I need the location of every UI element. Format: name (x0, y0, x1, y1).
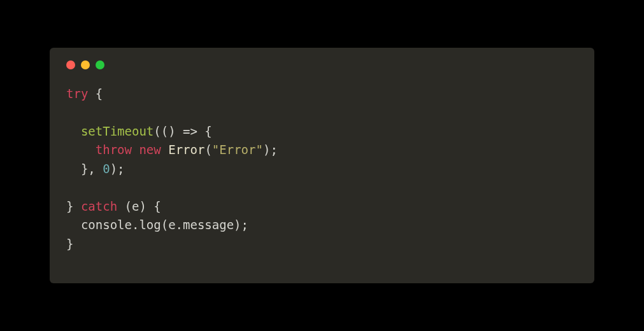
code-token: Error (168, 143, 204, 157)
code-token: ); (110, 162, 125, 176)
code-token: (e) { (117, 199, 161, 213)
code-token: (() => { (154, 124, 212, 138)
code-token: }, (66, 162, 103, 176)
close-icon[interactable] (66, 60, 75, 69)
code-token: try (66, 87, 88, 101)
code-token: "Error" (212, 143, 263, 157)
code-token (66, 143, 96, 157)
code-token: } (66, 199, 81, 213)
zoom-icon[interactable] (96, 60, 104, 69)
code-block: try { setTimeout(() => { throw new Error… (66, 85, 578, 253)
code-token (132, 143, 139, 157)
code-token: console.log(e.message); (66, 218, 248, 232)
minimize-icon[interactable] (81, 60, 90, 69)
code-token: new (139, 143, 161, 157)
code-token (66, 124, 81, 138)
code-token: ); (263, 143, 278, 157)
code-token (161, 143, 168, 157)
code-token: 0 (103, 162, 110, 176)
code-token: ( (204, 143, 211, 157)
titlebar (66, 60, 578, 69)
code-token: setTimeout (81, 124, 154, 138)
code-token: } (66, 237, 73, 251)
code-token: throw (96, 143, 132, 157)
code-token: catch (81, 199, 117, 213)
code-window: try { setTimeout(() => { throw new Error… (50, 48, 594, 283)
code-token: { (88, 87, 103, 101)
